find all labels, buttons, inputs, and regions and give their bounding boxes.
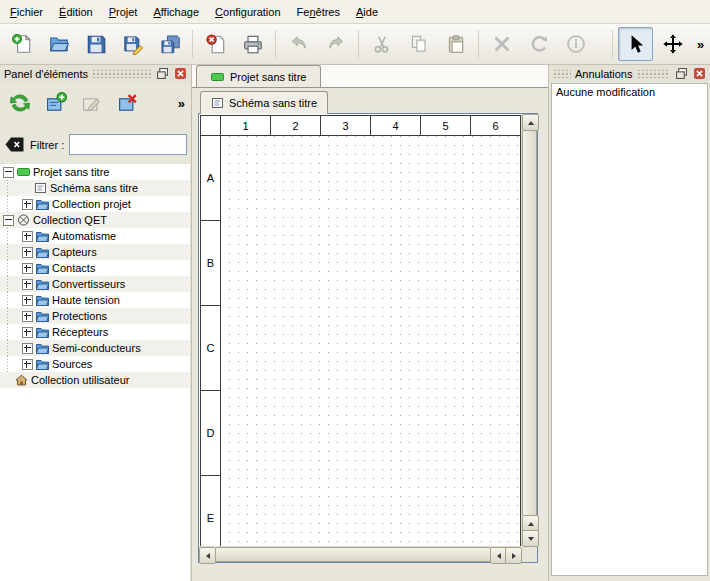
row-header-b: B bbox=[201, 221, 221, 306]
tree-item-semi-conducteurs[interactable]: Semi-conducteurs bbox=[0, 340, 190, 356]
menu-aide[interactable]: Aide bbox=[348, 0, 386, 23]
row-header-e: E bbox=[201, 476, 221, 547]
expand-icon[interactable] bbox=[22, 295, 33, 306]
cursor-arrow-icon bbox=[625, 33, 647, 55]
tab-projet-sans-titre[interactable]: Projet sans titre bbox=[196, 65, 321, 87]
tree-item-contacts[interactable]: Contacts bbox=[0, 260, 190, 276]
reload-collections-button[interactable] bbox=[4, 87, 36, 119]
delete-element-button[interactable] bbox=[112, 87, 144, 119]
tree-item-haute-tension[interactable]: Haute tension bbox=[0, 292, 190, 308]
right-dock-close-button[interactable] bbox=[692, 67, 706, 80]
horizontal-scrollbar[interactable] bbox=[199, 546, 522, 562]
diagram-canvas[interactable] bbox=[221, 136, 521, 547]
expand-icon[interactable] bbox=[22, 343, 33, 354]
tree-item-label: Convertisseurs bbox=[52, 278, 125, 290]
tree-item-label: Capteurs bbox=[52, 246, 97, 258]
right-dock-float-button[interactable] bbox=[674, 67, 688, 80]
tree-item-protections[interactable]: Protections bbox=[0, 308, 190, 324]
tree-item-collection-qet[interactable]: Collection QET bbox=[0, 212, 190, 228]
filter-input[interactable] bbox=[69, 134, 187, 155]
redo-icon bbox=[325, 33, 347, 55]
collapse-icon[interactable] bbox=[3, 167, 14, 178]
tree-item-collection-projet[interactable]: Collection projet bbox=[0, 196, 190, 212]
menu-affichage[interactable]: Affichage bbox=[145, 0, 207, 23]
tree-item-collection-utilisateur[interactable]: Collection utilisateur bbox=[0, 372, 190, 388]
expand-icon[interactable] bbox=[22, 247, 33, 258]
tree-item-projet-sans-titre[interactable]: Projet sans titre bbox=[0, 164, 190, 180]
clear-filter-button[interactable] bbox=[4, 136, 25, 153]
folder-icon bbox=[36, 310, 49, 322]
selection-mode-button[interactable] bbox=[618, 27, 653, 61]
tree-item-automatisme[interactable]: Automatisme bbox=[0, 228, 190, 244]
menu-edition[interactable]: Édition bbox=[51, 0, 101, 23]
elements-tree: Projet sans titre Schéma sans titre Coll… bbox=[0, 164, 190, 581]
expand-icon[interactable] bbox=[22, 263, 33, 274]
paste-button[interactable] bbox=[438, 27, 473, 61]
expand-icon[interactable] bbox=[22, 199, 33, 210]
tree-item-label: Haute tension bbox=[52, 294, 120, 306]
delete-button[interactable] bbox=[484, 27, 519, 61]
tree-item-schema-sans-titre[interactable]: Schéma sans titre bbox=[0, 180, 190, 196]
scroll-left-button[interactable] bbox=[199, 547, 216, 564]
vscroll-thumb[interactable] bbox=[522, 130, 537, 516]
right-dock-titlebar[interactable]: Annulations bbox=[549, 65, 710, 82]
save-button[interactable] bbox=[78, 27, 113, 61]
tree-item-recepteurs[interactable]: Récepteurs bbox=[0, 324, 190, 340]
tree-item-sources[interactable]: Sources bbox=[0, 356, 190, 372]
tree-item-convertisseurs[interactable]: Convertisseurs bbox=[0, 276, 190, 292]
save-all-button[interactable] bbox=[152, 27, 187, 61]
copy-button[interactable] bbox=[401, 27, 436, 61]
expand-icon[interactable] bbox=[22, 231, 33, 242]
menu-label: Fe bbox=[297, 6, 310, 18]
cut-button[interactable] bbox=[364, 27, 399, 61]
tab-schema-sans-titre[interactable]: Schéma sans titre bbox=[200, 91, 328, 114]
undo-button[interactable] bbox=[281, 27, 316, 61]
undo-empty-message: Aucune modification bbox=[552, 84, 707, 100]
redo-button[interactable] bbox=[318, 27, 353, 61]
expand-icon[interactable] bbox=[22, 279, 33, 290]
edit-element-button[interactable] bbox=[76, 87, 108, 119]
scroll-down-button[interactable] bbox=[522, 530, 539, 547]
menu-configuration[interactable]: Configuration bbox=[207, 0, 288, 23]
column-header-6: 6 bbox=[471, 116, 521, 136]
diagram-viewport[interactable]: 1 2 3 4 5 6 A B C D E bbox=[199, 114, 522, 547]
new-file-button[interactable] bbox=[4, 27, 39, 61]
close-file-button[interactable] bbox=[198, 27, 233, 61]
toolbar-overflow-button[interactable]: » bbox=[692, 37, 709, 52]
project-icon bbox=[211, 71, 224, 83]
expand-icon[interactable] bbox=[22, 327, 33, 338]
panel-overflow-button[interactable]: » bbox=[178, 96, 187, 111]
left-dock-float-button[interactable] bbox=[155, 67, 169, 80]
vertical-scrollbar[interactable] bbox=[521, 114, 537, 547]
expand-icon[interactable] bbox=[22, 359, 33, 370]
save-as-button[interactable] bbox=[115, 27, 150, 61]
open-file-button[interactable] bbox=[41, 27, 76, 61]
elements-panel-toolbar: » bbox=[0, 82, 191, 124]
column-header-1: 1 bbox=[221, 116, 271, 136]
element-info-button[interactable] bbox=[558, 27, 593, 61]
rotate-button[interactable] bbox=[521, 27, 556, 61]
dock-grip[interactable] bbox=[553, 70, 571, 78]
menu-projet[interactable]: Projet bbox=[101, 0, 146, 23]
menu-fenetres[interactable]: Fenêtres bbox=[289, 0, 348, 23]
pan-mode-button[interactable] bbox=[655, 27, 690, 61]
new-element-button[interactable] bbox=[40, 87, 72, 119]
scroll-right-button[interactable] bbox=[505, 547, 522, 564]
row-header-c: C bbox=[201, 306, 221, 391]
tree-item-capteurs[interactable]: Capteurs bbox=[0, 244, 190, 260]
scroll-up-button[interactable] bbox=[522, 114, 539, 131]
collapse-icon[interactable] bbox=[3, 215, 14, 226]
scrollbar-corner bbox=[522, 547, 537, 562]
dock-grip[interactable] bbox=[637, 70, 671, 78]
dock-grip[interactable] bbox=[92, 70, 151, 78]
undo-history-panel[interactable]: Aucune modification bbox=[551, 83, 708, 576]
left-dock-close-button[interactable] bbox=[173, 67, 187, 80]
hscroll-thumb[interactable] bbox=[215, 547, 491, 562]
copy-icon bbox=[408, 33, 430, 55]
arrow-right-icon bbox=[512, 553, 519, 559]
print-button[interactable] bbox=[235, 27, 270, 61]
arrow-up-icon bbox=[528, 519, 534, 526]
menu-fichier[interactable]: Fichier bbox=[2, 0, 51, 23]
left-dock-titlebar[interactable]: Panel d'éléments bbox=[0, 65, 191, 82]
expand-icon[interactable] bbox=[22, 311, 33, 322]
